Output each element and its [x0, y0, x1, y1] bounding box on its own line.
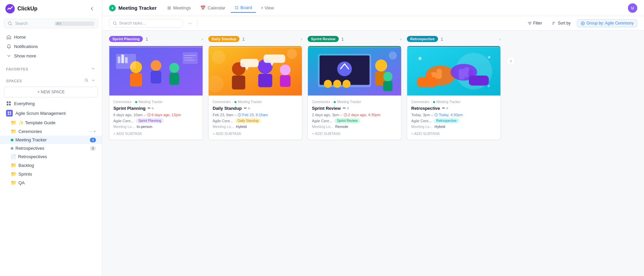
retrospective-tag[interactable]: Retrospective [434, 118, 460, 123]
retrospective-chevron[interactable]: › [499, 37, 501, 42]
ceremonies-more-button[interactable]: ··· [89, 129, 92, 134]
sidebar-header: ClickUp [0, 0, 102, 17]
topbar-right: U [628, 3, 637, 13]
add-subtask-sprint-planning[interactable]: + ADD SUBTASK [113, 130, 199, 136]
sidebar-item-everything[interactable]: Everything [0, 99, 102, 108]
breadcrumb-meeting-tracker: Meeting Tracker [139, 100, 163, 104]
folder-sprints[interactable]: 📁 Sprints [0, 170, 102, 178]
svg-rect-20 [169, 73, 179, 85]
sprint-planning-badge[interactable]: Sprint Planning [109, 36, 143, 42]
column-header-retrospective: Retrospective 1 › [407, 36, 501, 42]
card-daily-standup[interactable]: Ceremonies › Meeting Tracker Daily Stand… [208, 46, 302, 140]
retrospectives-name: Retrospectives [15, 146, 88, 151]
add-subtask-retrospective[interactable]: + ADD SUBTASK [411, 130, 496, 136]
svg-rect-18 [151, 71, 161, 84]
sprint-planning-tag[interactable]: Sprint Planning [136, 118, 164, 123]
retrospective-badge[interactable]: Retrospective [407, 36, 438, 42]
sidebar-item-notifications[interactable]: Notifications [3, 42, 99, 51]
sprint-review-tag[interactable]: Sprint Review [334, 118, 361, 123]
card-daily-standup-date: Feb 23, 9am – Feb 23, 9:15am [213, 113, 298, 117]
qa-name: QA [18, 180, 96, 185]
sidebar-item-home[interactable]: Home [3, 32, 99, 42]
list-item-meeting-tracker[interactable]: Meeting Tracker 4 [0, 136, 102, 144]
card-sprint-planning[interactable]: Ceremonies › Meeting Tracker Sprint Plan… [109, 46, 203, 140]
card-retrospective[interactable]: ★ ★ ★ Ceremonies › Meeting Tracker Retro… [407, 46, 501, 140]
folder-template-guide[interactable]: 📁 ✨ Template Guide [0, 118, 102, 127]
favorites-chevron-button[interactable] [91, 66, 96, 72]
retrospective-count: 1 [441, 37, 443, 42]
meetings-tab-label: Meetings [173, 5, 191, 10]
ceremonies-add-button[interactable]: + [93, 129, 96, 134]
overdue-icon [147, 113, 151, 117]
sprint-review-count: 1 [341, 37, 344, 42]
filter-button[interactable]: Filter [524, 19, 546, 27]
spaces-collapse-button[interactable] [91, 78, 96, 84]
add-view-button[interactable]: + View [257, 3, 277, 13]
daily-standup-tag[interactable]: Daily Standup [235, 118, 261, 123]
card-sprint-review-image [308, 47, 401, 96]
svg-rect-10 [10, 113, 11, 115]
card-sprint-review-title: Sprint Review ✏ ≡ [312, 106, 397, 111]
sidebar-item-show-more[interactable]: Show more [3, 51, 99, 60]
user-avatar[interactable]: U [628, 3, 637, 13]
add-view-label: + View [261, 5, 274, 10]
logo[interactable]: ClickUp [5, 4, 38, 13]
column-header-sprint-planning: Sprint Planning 1 › [109, 36, 203, 42]
folder-backlog[interactable]: 📁 Backlog [0, 161, 102, 170]
card-sprint-planning-meta: Meeting Lo... In-person [113, 125, 199, 129]
add-subtask-daily-standup[interactable]: + ADD SUBTASK [213, 130, 298, 136]
agile-space-icon [6, 110, 13, 117]
agile-cere-retro: Agile Cere... [411, 119, 432, 123]
svg-point-53 [324, 80, 332, 88]
svg-text:★: ★ [487, 54, 491, 60]
folder-icon: 📁 [11, 120, 16, 125]
daily-standup-chevron[interactable]: › [301, 37, 302, 42]
sidebar-item-retrospectives-doc[interactable]: 📄 Retrospectives [0, 152, 102, 161]
sprint-review-chevron[interactable]: › [400, 37, 401, 42]
task-search-input[interactable]: Search tasks... [109, 19, 183, 28]
tab-board[interactable]: ⊡ Board [231, 3, 256, 13]
sprint-review-badge[interactable]: Sprint Review [308, 36, 339, 42]
card-sprint-planning-tags: Agile Cere... Sprint Planning [113, 118, 199, 123]
svg-rect-32 [232, 76, 246, 90]
card-sprint-review[interactable]: Ceremonies › Meeting Tracker Sprint Revi… [308, 46, 401, 140]
svg-point-42 [287, 49, 297, 59]
list-item-retrospectives[interactable]: Retrospectives 8 [0, 144, 102, 152]
folder-qa[interactable]: 📁 QA [0, 178, 102, 187]
card-retrospective-date: Today, 3pm – Today, 4:30pm [411, 113, 496, 117]
filter-label: Filter [533, 21, 542, 26]
new-space-button[interactable]: + NEW SPACE [4, 87, 98, 97]
sort-label: Sort by [558, 21, 571, 26]
add-subtask-sprint-review[interactable]: + ADD SUBTASK [312, 130, 397, 136]
toolbar-more-button[interactable]: ··· [185, 19, 195, 27]
folder-ceremonies[interactable]: 📁 Ceremonies ··· + [0, 127, 102, 136]
space-agile-scrum[interactable]: Agile Scrum Management [0, 108, 102, 118]
retrospectives-badge: 8 [90, 146, 96, 151]
daily-standup-badge[interactable]: Daily Standup [208, 36, 239, 42]
tab-meetings[interactable]: ⊞ Meetings [163, 3, 195, 13]
sprint-planning-date-range: 6 days ago, 10am – [113, 113, 146, 117]
folder-template-guide-name: ✨ Template Guide [18, 120, 96, 125]
svg-point-17 [151, 60, 161, 71]
daily-standup-overdue: Feb 23, 9:15am [238, 113, 268, 117]
retrospectives-doc-name: Retrospectives [18, 154, 96, 159]
sprint-planning-chevron[interactable]: › [202, 37, 203, 42]
svg-rect-65 [459, 69, 465, 80]
tab-calendar[interactable]: 📅 Calendar [196, 3, 229, 13]
board-scroll-right[interactable]: › [506, 56, 516, 65]
sidebar-search[interactable]: Search ⌘K [4, 19, 98, 28]
sprint-review-overdue: 2 days ago, 4:30pm [344, 113, 381, 117]
card-sprint-planning-image [109, 47, 203, 96]
card-sprint-planning-title: Sprint Planning ✏ ≡ [113, 106, 199, 111]
svg-rect-23 [121, 54, 124, 63]
favorites-section: FAVORITES [0, 62, 102, 74]
svg-point-55 [342, 80, 351, 88]
group-by-button[interactable]: Group by: Agile Ceremony [577, 19, 637, 27]
sort-button[interactable]: Sort by [548, 19, 574, 27]
card-sprint-planning-date: 6 days ago, 10am – 6 days ago, 12pm [113, 113, 199, 117]
calendar-tab-label: Calendar [208, 5, 225, 10]
spaces-search-button[interactable] [84, 78, 89, 84]
sidebar-nav: Home Notifications Show more [0, 31, 102, 62]
sidebar-collapse-button[interactable] [87, 4, 97, 13]
svg-rect-7 [8, 111, 9, 113]
